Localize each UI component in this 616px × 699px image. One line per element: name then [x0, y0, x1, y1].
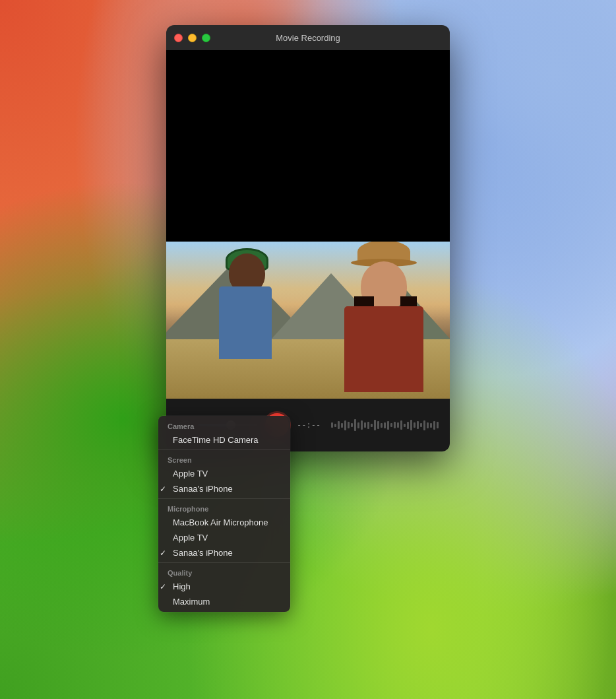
viz-bar [407, 422, 409, 429]
viz-bar [420, 423, 422, 427]
viz-bar [404, 424, 406, 427]
divider-2 [158, 498, 290, 499]
settings-dropdown: Camera ✓ FaceTime HD Camera Screen ✓ App… [158, 416, 290, 612]
person-right [318, 242, 450, 392]
screen-apple-tv[interactable]: ✓ Apple TV [158, 466, 290, 481]
viz-bar [400, 420, 402, 430]
viz-bar [357, 422, 359, 428]
quality-maximum-label: Maximum [168, 597, 210, 607]
quality-high[interactable]: ✓ High [158, 579, 290, 594]
viz-bar [427, 422, 429, 428]
viz-bar [344, 420, 346, 430]
minimize-button[interactable] [188, 34, 197, 42]
video-black-area [166, 50, 450, 242]
maximize-button[interactable] [202, 34, 210, 42]
microphone-section-header: Microphone [158, 501, 290, 515]
viz-bar [351, 423, 353, 427]
viz-bar [384, 422, 386, 428]
viz-bar [361, 420, 363, 430]
viz-bar [397, 422, 399, 428]
screen-apple-tv-label: Apple TV [168, 469, 208, 479]
checkmark-icon: ✓ [160, 549, 166, 558]
screen-sanaas-iphone[interactable]: ✓ Sanaa's iPhone [158, 481, 290, 496]
viz-bar [374, 420, 376, 430]
checkmark-icon: ✓ [160, 484, 166, 494]
quality-high-label: High [168, 582, 191, 591]
viz-bar [410, 420, 412, 430]
viz-bar [417, 421, 419, 429]
quality-maximum[interactable]: ✓ Maximum [158, 594, 290, 609]
quality-section-header: Quality [158, 565, 290, 579]
camera-scene [166, 242, 450, 399]
mic-macbook-air[interactable]: ✓ MacBook Air Microphone [158, 515, 290, 530]
movie-recording-window: Movie Recording [166, 25, 450, 451]
viz-bar [367, 422, 369, 429]
viz-bar [437, 422, 439, 428]
viz-bar [371, 424, 373, 427]
body-right [344, 306, 423, 392]
viz-bar [423, 420, 425, 430]
viz-bar [334, 424, 336, 427]
viz-bar [394, 422, 396, 428]
titlebar: Movie Recording [166, 25, 450, 50]
audio-visualizer: const heights = [8,5,12,7,15,10,6,18,9,1… [331, 415, 439, 435]
checkmark-icon: ✓ [160, 582, 166, 591]
body-left [219, 286, 272, 359]
viz-bar [331, 422, 333, 428]
viz-bar [338, 421, 340, 429]
viz-bar [364, 422, 366, 428]
viz-bar [387, 421, 389, 430]
time-display: --:-- [297, 420, 321, 430]
window-controls [174, 34, 210, 42]
mic-sanaas-iphone-label: Sanaa's iPhone [168, 548, 233, 558]
window-title: Movie Recording [276, 33, 340, 43]
mic-apple-tv-label: Apple TV [168, 533, 208, 543]
camera-facetime-hd-label: FaceTime HD Camera [168, 435, 259, 445]
divider-1 [158, 449, 290, 450]
viz-bar [381, 423, 383, 428]
close-button[interactable] [174, 34, 183, 42]
viz-bar [341, 423, 343, 428]
mic-apple-tv[interactable]: ✓ Apple TV [158, 530, 290, 545]
camera-feed [166, 242, 450, 399]
camera-facetime-hd[interactable]: ✓ FaceTime HD Camera [158, 432, 290, 448]
mic-sanaas-iphone[interactable]: ✓ Sanaa's iPhone [158, 545, 290, 560]
screen-sanaas-iphone-label: Sanaa's iPhone [168, 484, 233, 494]
mic-macbook-air-label: MacBook Air Microphone [168, 517, 268, 527]
viz-bar [354, 419, 356, 431]
viz-bar [414, 422, 416, 428]
viz-bar [390, 423, 392, 427]
divider-3 [158, 562, 290, 563]
viz-bar [377, 421, 379, 429]
camera-section-header: Camera [158, 418, 290, 432]
screen-section-header: Screen [158, 452, 290, 466]
viz-bar [433, 421, 435, 430]
viz-bar [430, 423, 432, 428]
viz-bar [348, 422, 350, 428]
person-left [206, 253, 311, 379]
